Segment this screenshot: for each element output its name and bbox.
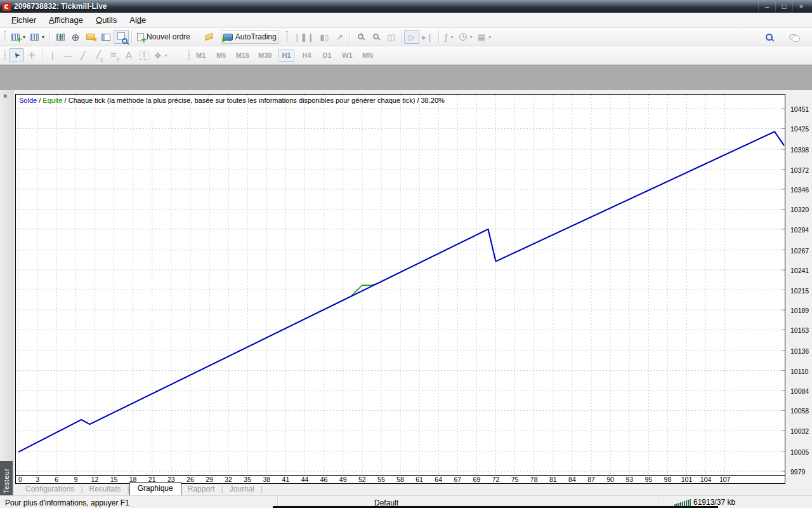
timeframe-m1[interactable]: M1 [193,49,209,62]
y-tick-label: 10163 [790,326,809,334]
tab-graphique[interactable]: Graphique [129,482,181,496]
x-tick-label: 9 [74,476,77,483]
horizontal-line-icon: — [64,51,72,60]
new-order-button[interactable]: + Nouvel ordre [134,30,193,44]
chart-shift-button[interactable]: ▸❘ [419,30,435,44]
timeframe-m30[interactable]: M30 [256,49,274,62]
navigator-button[interactable]: ★ [83,30,98,44]
tab-journal[interactable]: Journal [223,483,261,495]
candlestick-button[interactable]: ▮▯ [317,30,332,44]
line-chart-button[interactable]: ↗ [332,30,347,44]
y-tick-label: 9979 [790,468,805,476]
toolbar-grip[interactable] [4,31,6,43]
tester-tabs: Configurations|Resultats|GraphiqueRappor… [19,485,263,495]
y-tick-label: 10425 [790,125,809,133]
x-tick-label: 67 [454,476,461,483]
x-tick-label: 6 [55,476,58,483]
chevron-down-icon: ▾ [165,53,167,58]
bar-chart-button[interactable]: ❘❚❙ [291,30,317,44]
menu-fichier[interactable]: Fichier [5,13,43,27]
chart-legend: Solde / Equité / Chaque tick (la méthode… [19,97,445,104]
y-tick-label: 10372 [790,166,809,174]
close-button[interactable]: × [792,2,809,11]
x-tick-label: 64 [435,476,442,483]
periods-button[interactable]: ▾ [457,30,475,44]
x-tick-label: 87 [587,476,595,483]
tab-resultats[interactable]: Resultats [83,483,128,495]
timeframe-h1[interactable]: H1 [278,49,294,62]
x-tick-label: 81 [549,476,557,483]
zoom-out-button[interactable]: − [368,30,383,44]
channel-button[interactable]: ╱E [91,48,106,62]
chevron-down-icon: ▾ [23,34,25,40]
window-controls: – □ × [758,2,809,11]
app-logo-icon [3,3,11,11]
menu-outils[interactable]: Outils [89,13,123,27]
indicators-button[interactable]: ƒ ▾ [442,30,457,44]
vertical-line-button[interactable]: | [45,48,60,62]
crosshair-button[interactable]: + [24,48,39,62]
tester-vertical-tab[interactable]: Testeur [0,461,13,500]
data-window-icon: ⊕ [72,32,80,42]
chevron-down-icon: ▾ [451,34,454,40]
metaeditor-button[interactable] [202,30,217,44]
templates-button[interactable]: ▦ ▾ [475,30,494,44]
x-tick-label: 12 [91,476,99,483]
x-tick-label: 35 [244,476,251,483]
vertical-line-icon: | [51,51,54,60]
new-chart-button[interactable]: + ▾ [9,30,28,44]
menu-affichage[interactable]: Affichage [43,13,89,27]
tile-windows-icon: ◫ [387,33,395,41]
menu-aide[interactable]: Aide [123,13,152,27]
text-icon: A [126,51,132,60]
text-label-button[interactable]: T [136,48,152,62]
text-label-icon: T [140,51,148,60]
autotrading-button[interactable]: ▶ AutoTrading [221,30,279,44]
timeframe-h4[interactable]: H4 [298,49,315,62]
toolbar-grip[interactable] [188,50,190,61]
y-tick-label: 10346 [790,186,809,194]
toolbar-grip[interactable] [4,50,6,61]
y-tick-label: 10320 [790,206,809,213]
y-tick-label: 10267 [790,247,809,255]
timeframe-m5[interactable]: M5 [213,49,230,62]
strategy-tester-button[interactable] [114,30,129,44]
tile-windows-button[interactable]: ◫ [383,30,398,44]
zoom-in-button[interactable]: + [353,30,368,44]
y-tick-label: 10110 [790,368,808,375]
tester-panel: × 03691215182123262932353841444649525558… [0,90,812,495]
toolbar-grip[interactable] [286,31,288,43]
y-tick-label: 10005 [790,448,809,456]
search-button[interactable] [761,30,776,44]
terminal-button[interactable] [98,30,114,44]
chart-profile-button[interactable]: ▾ [28,30,47,44]
y-tick-label: 10058 [790,407,809,415]
fibonacci-icon: ≡ [110,50,117,60]
timeframe-m15[interactable]: M15 [233,49,252,62]
timeframe-d1[interactable]: D1 [318,49,335,62]
tab-configurations[interactable]: Configurations [19,483,81,495]
trendline-button[interactable]: ╱ [75,48,91,62]
arrows-button[interactable]: ❖ ▾ [152,48,170,62]
tab-rapport[interactable]: Rapport [181,483,221,495]
clock-icon [459,33,467,41]
market-watch-icon: ▲▼ [56,34,65,41]
timeframe-w1[interactable]: W1 [339,49,355,62]
maximize-button[interactable]: □ [775,2,792,11]
cursor-button[interactable]: ➤ [9,48,24,62]
x-tick-label: 75 [511,476,519,483]
chevron-down-icon: ▾ [42,34,44,40]
data-window-button[interactable]: ⊕ [68,30,83,44]
auto-scroll-button[interactable]: ▷ [404,30,419,44]
balance-chart: 0369121518212326293235384144464952555861… [16,95,785,483]
market-watch-button[interactable]: ▲▼ [53,30,68,44]
y-tick-label: 10451 [790,105,809,113]
chat-button[interactable] [785,30,801,44]
timeframe-mn[interactable]: MN [359,49,376,62]
text-button[interactable]: A [121,48,136,62]
fibonacci-button[interactable]: ≡F [106,48,121,62]
minimize-button[interactable]: – [758,2,775,11]
panel-close-icon[interactable]: × [3,92,7,100]
x-tick-label: 46 [320,476,328,483]
horizontal-line-button[interactable]: — [60,48,75,62]
